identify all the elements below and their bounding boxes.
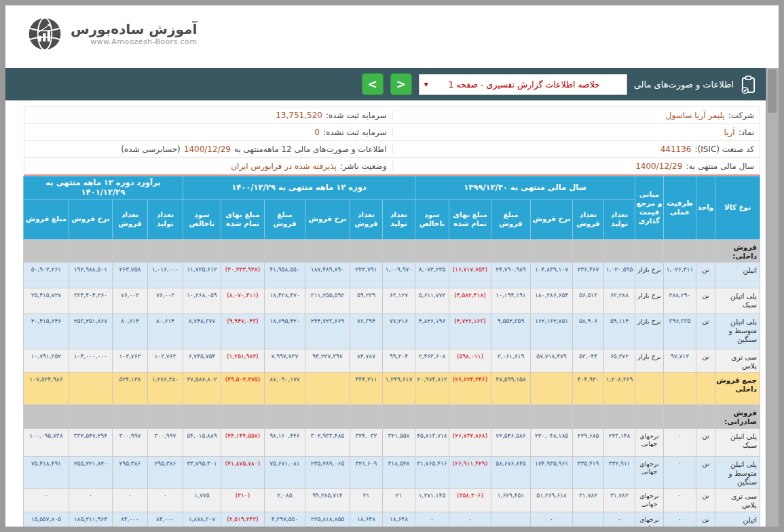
value-cell: (۸,۰۷۰,۴۱۱) [221,288,264,314]
value-cell: ۱,۷۷۵ [183,488,221,512]
info-cell: نماد:آریا [392,128,760,137]
value-cell: ۱۰۴,۰۰۰,۰۰۰ [69,349,112,373]
column-header: سود ناخالص [415,199,449,239]
value-cell: ۰ [531,512,573,527]
unit-cell [696,373,715,405]
info-value: 1400/12/29 [635,162,682,171]
info-label: سرمایه ثبت شده: [326,111,387,120]
value-cell: ۱۵,۵۵۷,۸۰۵ [23,512,69,527]
product-cell: پلی اتیلن سبک [715,428,760,456]
value-cell [664,373,696,405]
value-cell: ۲۳۵,۸۱۸,۸۵۵ [305,512,350,527]
value-cell: (۹,۹۴۷,۰۴۳) [221,314,264,349]
column-header: ظرفیت عملی [664,176,696,240]
product-cell: سی تری پلاس [715,488,760,512]
value-cell [573,512,604,527]
value-cell: ۱۰,۱۹۴,۱۹۱ [491,288,531,314]
info-row: نماد:آریاسرمایه ثبت نشده:0 [24,124,760,141]
value-cell: ۵۲۴,۱۳۸ [112,373,147,405]
value-cell: ۷۶,۰۰۳ [147,288,183,314]
pricing-basis-cell: نرخهای جهانی [635,456,664,488]
value-cell [69,373,112,405]
column-header: مبانی و مرجع قیمت گذاری [635,176,664,240]
unit-cell: تن [696,488,715,512]
value-cell: ۰ [604,512,635,527]
column-header: تعداد تولید [382,199,415,239]
value-cell: ۲۵,۴۱۵,۷۲۷ [23,288,69,314]
value-cell: (۱۶,۷۱۷,۷۵۴) [449,263,491,288]
value-cell: ۱,۰۲۰,۵۹۵ [604,263,635,288]
unit-cell: تن [696,263,715,288]
column-header: نرخ فروش [305,199,350,239]
report-select[interactable]: خلاصه اطلاعات گزارش تفسیری - صفحه 1 ▾ [419,74,627,95]
value-cell: (۱,۲۵۱,۹۸۳) [221,349,264,373]
value-cell: (۵۹۸,۰۱۱) [449,349,491,373]
product-cell: اتیلن [715,512,760,527]
prev-page-button[interactable]: < [362,73,384,95]
info-value: 13,751,520 [276,111,322,120]
info-cell: کد صنعت (ISIC):441136 [392,145,760,154]
info-label: کد صنعت (ISIC): [694,145,754,154]
value-cell: ۷۵,۶۷۱,۰۸۱ [264,456,305,488]
value-cell: ۱۸,۶۴۸ [382,512,415,527]
value-cell: ۳۳۲,۵۴۷,۲۹۴ [69,428,112,456]
product-cell: فروش صادراتی: [715,405,760,428]
value-cell: (۲۶,۶۲۴,۳۴۶) [449,373,491,405]
value-cell: ۳۱,۷۶۵,۴۱۶ [415,456,449,488]
pricing-basis-cell: نرخ بازار [635,314,664,349]
value-cell: (۳۱۰) [221,488,264,512]
info-label: سرمایه ثبت نشده: [323,128,387,137]
value-cell [491,512,531,527]
value-cell: ۲۳۵,۲۸۹,۰۶۵ [305,456,350,488]
value-cell: ۱,۲۷۶,۳۸۰ [147,373,183,405]
value-cell: ۸۰,۶۱۴ [112,314,147,349]
info-label: سال مالی منتهی به: [686,162,754,171]
value-cell: ۳۲۱,۵۵۷ [382,428,415,456]
info-cell: وضعیت ناشر:پذیرفته شده در فرابورس ایران [24,162,392,171]
table-row: پلی اتیلن سبکتن۳۸۸,۲۹۰نرخ بازار۶۳,۲۸۸۵۶,… [23,288,760,314]
period-group-header: دوره ۱۲ ماهه منتهی به ۱۴۰۰/۱۲/۲۹ [183,176,415,200]
value-cell [573,405,604,428]
value-cell: ۷۶,۳۹۴ [350,314,382,349]
scrollbar-thumb[interactable] [768,69,777,113]
value-cell [531,405,573,428]
value-cell: ۱۸۵,۲۱۱,۹۶۴ [69,512,112,527]
value-cell: ۳۷,۵۸۷,۸۰۲ [183,373,221,405]
info-label: شرکت: [728,111,754,120]
value-cell: ۳۳۴,۴۰۴,۲۶۰ [69,288,112,314]
column-header: تعداد فروش [573,199,604,239]
value-cell: ۲۰,۴۱۵,۶۴۶ [23,314,69,349]
column-header: واحد [696,176,715,240]
value-cell [635,405,664,428]
value-cell: ۰ [415,512,449,527]
column-header: مبلغ بهای تمام شده [221,199,264,239]
table-row: پلی اتیلن متوسط و سنگینتن۰نرخهای جهانی۳۳… [23,456,760,488]
column-header: مبلغ فروش [23,199,69,239]
table-row: فروش داخلی: [23,239,760,262]
pricing-basis-cell: نرخهای جهانی [635,512,664,527]
value-cell: ۶۳,۲۸۸ [604,288,635,314]
value-cell: ۷,۹۹۷,۷۳۷ [264,349,305,373]
value-cell: ۵۱,۲۶۹,۶۱۸ [531,488,573,512]
value-cell: ۱۰,۲۶۸,۰۵۹ [183,288,221,314]
chevron-down-icon: ▾ [424,79,428,89]
value-cell [382,405,415,428]
value-cell [23,239,69,262]
info-cell: سرمایه ثبت شده:13,751,520 [24,111,392,120]
product-cell: پلی اتیلن متوسط و سنگین [715,456,760,488]
value-cell [23,405,69,428]
info-value: پلیمر آریا ساسول [666,111,725,120]
pricing-basis-cell: نرخ بازار [635,349,664,373]
value-cell: (۴۴,۱۴۴,۵۵۷) [221,428,264,456]
value-cell: ۶۵,۳۷۲ [604,349,635,373]
value-cell: ۲۰,۹۷۴,۸۱۲ [415,373,449,405]
info-label: وضعیت ناشر: [340,162,387,171]
info-suffix: (حسابرسی شده) [121,145,181,154]
value-cell [69,239,112,262]
value-cell [264,239,305,262]
value-cell: ۱,۲۰۸,۳۶۹ [604,373,635,405]
value-cell: ۲۹۵,۳۸۶ [147,456,183,488]
value-cell: ۱۰۳,۷۶۳ [112,349,147,373]
next-page-button[interactable]: > [390,73,412,95]
scrollbar[interactable] [766,68,779,527]
